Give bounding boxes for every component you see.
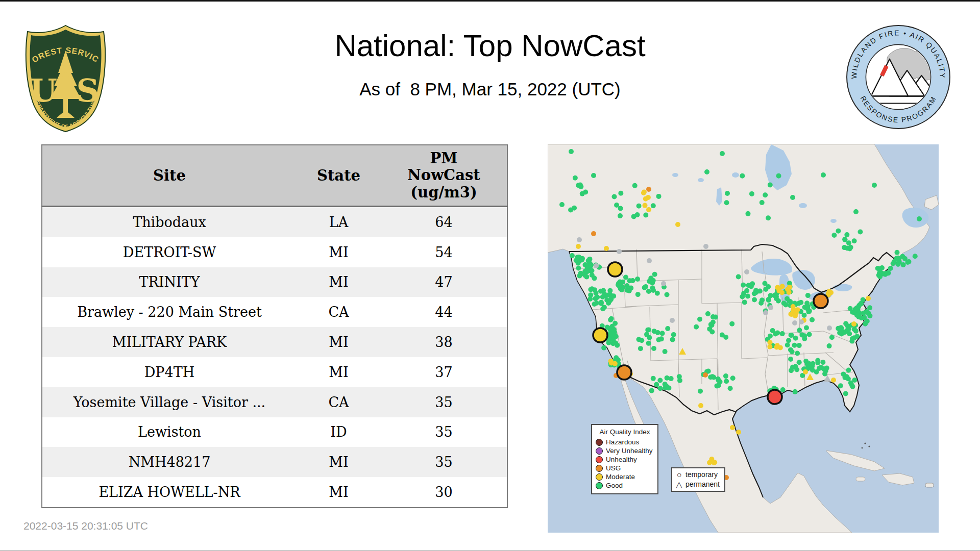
- station-dot: [614, 203, 619, 208]
- station-dot: [703, 244, 708, 249]
- station-dot: [589, 262, 594, 267]
- station-dot: [844, 232, 849, 237]
- station-dot: [767, 344, 772, 349]
- station-dot: [615, 343, 620, 348]
- site-cell: Brawley - 220 Main Street: [42, 297, 297, 327]
- station-dot: [588, 287, 593, 292]
- station-dot: [744, 269, 749, 274]
- station-dot: [594, 300, 599, 306]
- station-dot: [740, 173, 745, 179]
- column-header-state: State: [297, 145, 381, 207]
- station-dot: [795, 350, 800, 356]
- station-dot: [745, 211, 750, 216]
- station-dot: [642, 190, 647, 195]
- station-dot: [618, 206, 623, 211]
- table-row: DP4THMI37: [42, 357, 507, 387]
- station-dot: [797, 360, 802, 365]
- station-dot: [617, 249, 622, 254]
- station-dot: [665, 326, 670, 331]
- state-cell: MI: [297, 327, 381, 357]
- station-dot: [810, 317, 815, 322]
- marker-type-legend: ○ temporary △ permanent: [671, 467, 725, 492]
- station-dot: [768, 334, 773, 339]
- station-dot: [842, 245, 847, 250]
- station-dot: [716, 383, 721, 388]
- station-dot: [760, 200, 765, 205]
- station-dot: [789, 368, 794, 373]
- station-dot: [736, 430, 741, 435]
- station-dot: [891, 261, 896, 266]
- top-site-marker: [608, 262, 622, 277]
- aqi-legend-title: Air Quality Index: [596, 428, 654, 436]
- station-dot: [822, 371, 827, 377]
- permanent-triangle-icon: △: [675, 480, 683, 489]
- top-site-marker: [814, 294, 828, 308]
- station-dot: [805, 304, 811, 309]
- legend-row-permanent: △ permanent: [675, 480, 721, 489]
- aqi-map: Air Quality Index HazardousVery Unhealth…: [548, 144, 939, 533]
- station-dot: [670, 337, 675, 342]
- station-dot: [712, 460, 717, 465]
- station-dot: [852, 238, 857, 243]
- station-dot: [852, 335, 857, 340]
- station-dot: [744, 288, 749, 293]
- station-dot: [694, 324, 699, 330]
- station-dot: [768, 182, 773, 187]
- table-row: ELIZA HOWELL-NRMI30: [42, 477, 507, 508]
- station-dot: [724, 379, 729, 384]
- station-dot: [760, 297, 765, 303]
- station-dot: [588, 292, 593, 297]
- station-dot: [643, 212, 648, 217]
- value-cell: 54: [381, 237, 507, 267]
- station-dot: [847, 331, 852, 336]
- site-cell: Thibodaux: [42, 207, 297, 237]
- station-dot: [766, 215, 771, 220]
- station-dot: [778, 345, 783, 350]
- station-dot: [815, 360, 820, 365]
- value-cell: 37: [381, 357, 507, 387]
- station-dot: [862, 315, 867, 320]
- aqi-legend-item: Very Unhealthy: [596, 446, 654, 455]
- table-row: Brawley - 220 Main StreetCA44: [42, 297, 507, 327]
- station-dot: [785, 296, 790, 302]
- station-dot: [793, 313, 798, 318]
- station-dot: [854, 313, 860, 318]
- aqi-color-dot-icon: [596, 465, 603, 472]
- station-dot: [651, 288, 656, 293]
- station-dot: [888, 266, 893, 271]
- station-dot: [789, 333, 794, 338]
- station-dot: [591, 173, 596, 178]
- table-row: DETROIT-SWMI54: [42, 237, 507, 267]
- station-dot: [746, 283, 751, 288]
- station-dot: [611, 293, 616, 298]
- value-cell: 35: [381, 447, 507, 477]
- station-dot: [894, 250, 899, 255]
- aqi-legend: Air Quality Index HazardousVery Unhealth…: [591, 424, 658, 494]
- station-dot: [611, 194, 617, 199]
- station-dot: [838, 383, 843, 388]
- site-cell: NMH48217: [42, 447, 297, 477]
- station-dot: [713, 315, 718, 320]
- station-dot: [786, 338, 791, 343]
- station-dot: [763, 287, 768, 292]
- aqi-legend-label: Unhealthy: [606, 455, 637, 464]
- station-dot: [768, 305, 773, 310]
- station-dot: [745, 293, 750, 298]
- station-dot: [646, 328, 651, 333]
- station-dot: [723, 373, 728, 379]
- value-cell: 38: [381, 327, 507, 357]
- station-dot: [848, 306, 853, 311]
- station-dot: [663, 349, 668, 354]
- station-dot: [607, 332, 612, 337]
- top-site-marker: [593, 328, 607, 342]
- station-dot: [757, 288, 763, 293]
- station-dot: [775, 285, 780, 290]
- station-dot: [780, 284, 785, 289]
- station-dot: [797, 328, 802, 333]
- station-dot: [652, 272, 657, 277]
- top-nowcast-table: Site State PM NowCast (ug/m3) ThibodauxL…: [41, 144, 508, 508]
- state-cell: MI: [297, 237, 381, 267]
- state-cell: MI: [297, 357, 381, 387]
- station-dot: [590, 272, 595, 278]
- station-dot: [644, 332, 649, 337]
